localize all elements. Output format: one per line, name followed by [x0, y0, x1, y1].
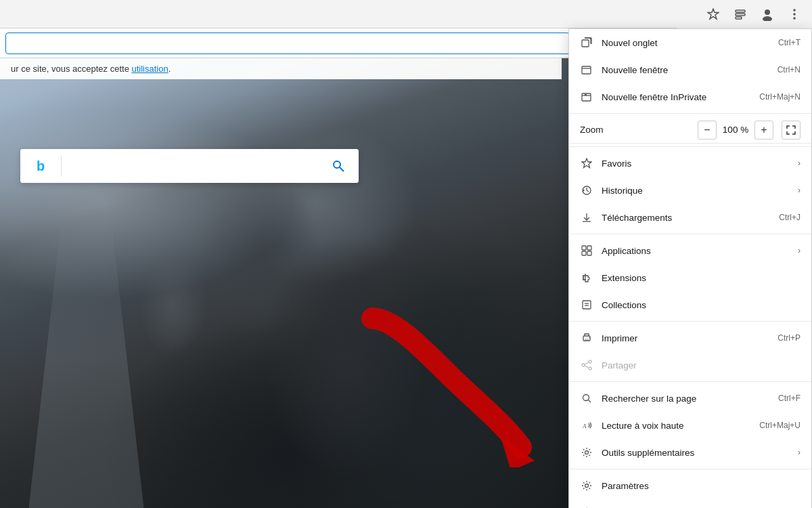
menu-label-settings: Paramètres: [602, 481, 800, 491]
svg-rect-2: [736, 14, 745, 16]
cookie-text-prefix: ur ce site, vous acceptez cette: [11, 64, 131, 74]
separator-1: [569, 113, 811, 114]
browser-toolbar: [0, 28, 575, 58]
svg-rect-25: [582, 246, 586, 250]
menu-label-applications: Applications: [602, 246, 792, 256]
downloads-icon: [580, 211, 593, 224]
svg-point-8: [793, 17, 796, 20]
menu-label-inprivate: Nouvelle fenêtre InPrivate: [602, 92, 759, 102]
bing-logo: b: [37, 158, 45, 174]
search-section: b: [20, 149, 359, 183]
svg-point-38: [589, 367, 591, 370]
svg-line-10: [340, 167, 344, 171]
menu-item-inprivate[interactable]: Nouvelle fenêtre InPrivate Ctrl+Maj+N: [569, 83, 811, 110]
menu-item-history[interactable]: Historique ›: [569, 177, 811, 204]
svg-rect-13: [582, 40, 589, 47]
address-bar[interactable]: [5, 33, 570, 54]
menu-shortcut-new-window: Ctrl+N: [777, 65, 800, 75]
menu-item-extensions[interactable]: Extensions: [569, 264, 811, 291]
svg-rect-26: [587, 246, 591, 250]
svg-point-5: [763, 16, 772, 21]
menu-item-find[interactable]: Rechercher sur la page Ctrl+F: [569, 385, 811, 412]
menu-arrow-favorites: ›: [798, 158, 800, 168]
bing-button[interactable]: b: [20, 149, 61, 183]
menu-item-applications[interactable]: Applications ›: [569, 237, 811, 264]
svg-rect-3: [736, 17, 742, 19]
menu-item-read-aloud[interactable]: A Lecture à voix haute Ctrl+Maj+U: [569, 412, 811, 439]
extensions-icon: [580, 271, 593, 284]
menu-label-favorites: Favoris: [602, 158, 792, 169]
svg-rect-30: [583, 301, 591, 309]
menu-label-tools: Outils supplémentaires: [602, 448, 792, 458]
search-submit-button[interactable]: [318, 149, 359, 183]
svg-rect-20: [585, 94, 587, 96]
menu-item-collections[interactable]: Collections: [569, 291, 811, 318]
svg-line-39: [585, 362, 589, 364]
separator-5: [569, 381, 811, 382]
search-input[interactable]: [62, 149, 318, 183]
collections-menu-icon: [580, 298, 593, 312]
svg-point-44: [585, 451, 589, 454]
svg-point-45: [585, 484, 589, 488]
menu-label-new-window: Nouvelle fenêtre: [602, 65, 777, 75]
menu-arrow-history: ›: [798, 186, 800, 195]
menu-shortcut-print: Ctrl+P: [777, 333, 800, 343]
settings-icon: [580, 479, 593, 492]
menu-item-settings[interactable]: Paramètres: [569, 472, 811, 499]
separator-6: [569, 469, 811, 469]
favorites-icon-btn[interactable]: [701, 2, 725, 26]
menu-label-read-aloud: Lecture à voix haute: [602, 421, 759, 431]
zoom-minus-btn[interactable]: −: [698, 121, 717, 140]
svg-point-9: [334, 161, 340, 168]
read-aloud-icon: A: [580, 419, 593, 432]
svg-marker-21: [582, 158, 591, 168]
separator-2: [569, 146, 811, 147]
bg-fog: [0, 102, 345, 305]
menu-label-new-tab: Nouvel onglet: [602, 38, 778, 48]
zoom-label: Zoom: [580, 125, 698, 135]
menu-shortcut-downloads: Ctrl+J: [779, 213, 800, 222]
inprivate-icon: [580, 90, 593, 104]
zoom-controls: − 100 % +: [698, 121, 800, 140]
dropdown-menu: Nouvel onglet Ctrl+T Nouvelle fenêtre Ct…: [568, 28, 812, 508]
search-box: b: [20, 149, 359, 183]
svg-point-6: [793, 9, 796, 12]
svg-marker-0: [708, 9, 719, 19]
tools-icon: [580, 446, 593, 459]
menu-label-print: Imprimer: [602, 333, 777, 343]
menu-shortcut-inprivate: Ctrl+Maj+N: [759, 92, 800, 102]
zoom-plus-btn[interactable]: +: [754, 121, 773, 140]
zoom-value: 100 %: [722, 125, 749, 135]
red-arrow: [352, 305, 541, 467]
history-icon: [580, 184, 593, 197]
collections-icon-btn[interactable]: [728, 2, 752, 26]
svg-point-37: [582, 364, 585, 366]
zoom-row: Zoom − 100 % +: [569, 117, 811, 144]
menu-item-tools[interactable]: Outils supplémentaires ›: [569, 439, 811, 466]
menu-item-downloads[interactable]: Téléchargements Ctrl+J: [569, 204, 811, 231]
menu-shortcut-new-tab: Ctrl+T: [778, 38, 800, 47]
menu-label-history: Historique: [602, 186, 792, 196]
menu-item-new-window[interactable]: Nouvelle fenêtre Ctrl+N: [569, 56, 811, 83]
menu-arrow-applications: ›: [798, 246, 800, 255]
more-menu-btn[interactable]: [782, 2, 807, 26]
menu-label-extensions: Extensions: [602, 273, 800, 283]
zoom-fullscreen-btn[interactable]: [782, 121, 800, 140]
svg-rect-1: [736, 10, 745, 12]
menu-label-downloads: Téléchargements: [602, 213, 779, 223]
new-tab-icon: [580, 36, 593, 49]
menu-item-favorites[interactable]: Favoris ›: [569, 150, 811, 177]
profile-icon-btn[interactable]: [755, 2, 780, 26]
cookie-link[interactable]: utilisation: [131, 64, 168, 74]
browser-action-icons: [677, 0, 812, 28]
menu-item-new-tab[interactable]: Nouvel onglet Ctrl+T: [569, 29, 811, 56]
separator-4: [569, 321, 811, 322]
menu-item-share: Partager: [569, 352, 811, 379]
svg-rect-34: [585, 339, 589, 341]
cookie-notice: ur ce site, vous acceptez cette utilisat…: [0, 58, 562, 79]
svg-point-35: [589, 337, 590, 339]
menu-item-help[interactable]: Aide et commentaires ›: [569, 499, 811, 508]
menu-item-print[interactable]: Imprimer Ctrl+P: [569, 324, 811, 352]
menu-arrow-tools: ›: [798, 448, 800, 457]
separator-3: [569, 234, 811, 234]
